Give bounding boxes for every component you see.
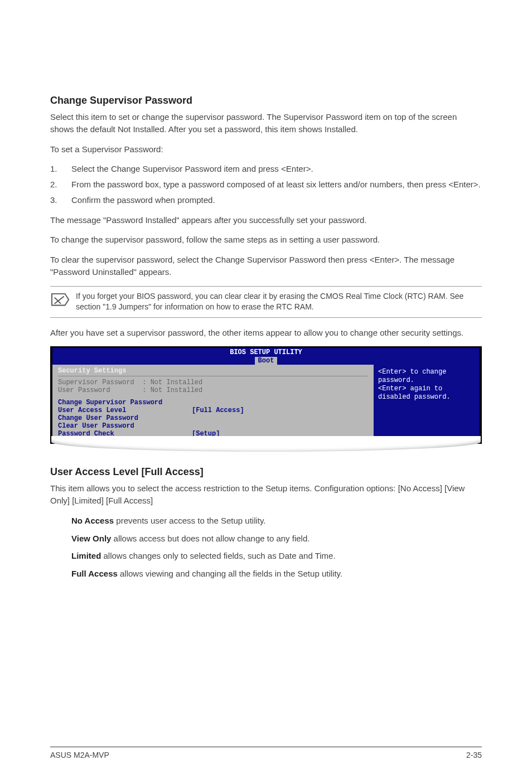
- step-number: 3.: [50, 194, 71, 206]
- option-bold: Full Access: [71, 569, 118, 578]
- list-item: 3. Confirm the password when prompted.: [50, 194, 482, 206]
- bios-help-panel: <Enter> to change password. <Enter> agai…: [374, 365, 480, 442]
- bios-tab-boot: Boot: [255, 357, 278, 365]
- bios-title-text: BIOS SETUP UTILITY: [52, 349, 480, 356]
- note-text: If you forget your BIOS password, you ca…: [76, 291, 482, 313]
- page-footer: ASUS M2A-MVP 2-35: [50, 747, 482, 759]
- paragraph: After you have set a supervisor password…: [50, 327, 482, 339]
- divider: [58, 376, 368, 376]
- bios-item-value: [Full Access]: [192, 406, 244, 414]
- step-text: Confirm the password when prompted.: [71, 194, 215, 206]
- step-number: 2.: [50, 178, 71, 191]
- bios-item-label: Change Supervisor Password: [58, 399, 192, 406]
- paragraph: To change the supervisor password, follo…: [50, 234, 482, 246]
- bios-screenshot: BIOS SETUP UTILITY Boot Security Setting…: [50, 346, 482, 444]
- option-text: allows viewing and changing all the fiel…: [118, 569, 342, 578]
- bios-torn-edge: [51, 444, 481, 454]
- step-text: Select the Change Supervisor Password it…: [71, 163, 313, 175]
- paragraph: To clear the supervisor password, select…: [50, 254, 482, 278]
- option-view-only: View Only allows access but does not all…: [71, 533, 482, 545]
- option-full-access: Full Access allows viewing and changing …: [71, 568, 482, 580]
- paragraph: Select this item to set or change the su…: [50, 111, 482, 135]
- list-item: 1. Select the Change Supervisor Password…: [50, 163, 482, 175]
- option-bold: Limited: [71, 551, 101, 560]
- bios-section-title: Security Settings: [58, 367, 368, 375]
- bios-field-supervisor: Supervisor Password : Not Installed: [58, 379, 368, 386]
- bios-left-panel: Security Settings Supervisor Password : …: [52, 365, 374, 442]
- bios-item-user-access-level: User Access Level [Full Access]: [58, 406, 368, 414]
- bios-field-user: User Password : Not Installed: [58, 386, 368, 394]
- bios-item-label: Clear User Password: [58, 422, 192, 430]
- option-bold: View Only: [71, 534, 111, 543]
- paragraph: This item allows you to select the acces…: [50, 482, 482, 507]
- note-block: If you forget your BIOS password, you ca…: [50, 286, 482, 318]
- step-text: From the password box, type a password c…: [71, 178, 481, 191]
- heading-user-access-level: User Access Level [Full Access]: [50, 466, 482, 478]
- option-text: allows changes only to selected fields, …: [101, 551, 335, 560]
- bios-help-text: <Enter> to change password. <Enter> agai…: [378, 368, 451, 401]
- steps-list: 1. Select the Change Supervisor Password…: [50, 163, 482, 206]
- bios-title-bar: BIOS SETUP UTILITY Boot: [52, 348, 480, 365]
- option-no-access: No Access prevents user access to the Se…: [71, 515, 482, 527]
- bios-item-change-supervisor: Change Supervisor Password: [58, 399, 368, 406]
- step-number: 1.: [50, 163, 71, 175]
- bios-item-label: Change User Password: [58, 414, 192, 422]
- bios-item-change-user: Change User Password: [58, 414, 368, 422]
- list-item: 2. From the password box, type a passwor…: [50, 178, 482, 191]
- paragraph: To set a Supervisor Password:: [50, 143, 482, 156]
- footer-right: 2-35: [466, 751, 482, 759]
- bios-item-clear-user: Clear User Password: [58, 422, 368, 430]
- heading-change-supervisor: Change Supervisor Password: [50, 95, 482, 107]
- footer-left: ASUS M2A-MVP: [50, 751, 109, 759]
- paragraph: The message "Password Installed" appears…: [50, 214, 482, 226]
- note-icon: [50, 291, 76, 312]
- option-bold: No Access: [71, 516, 114, 525]
- option-text: allows access but does not allow change …: [111, 534, 309, 543]
- bios-item-label: User Access Level: [58, 406, 192, 414]
- option-limited: Limited allows changes only to selected …: [71, 550, 482, 562]
- option-text: prevents user access to the Setup utilit…: [114, 516, 265, 525]
